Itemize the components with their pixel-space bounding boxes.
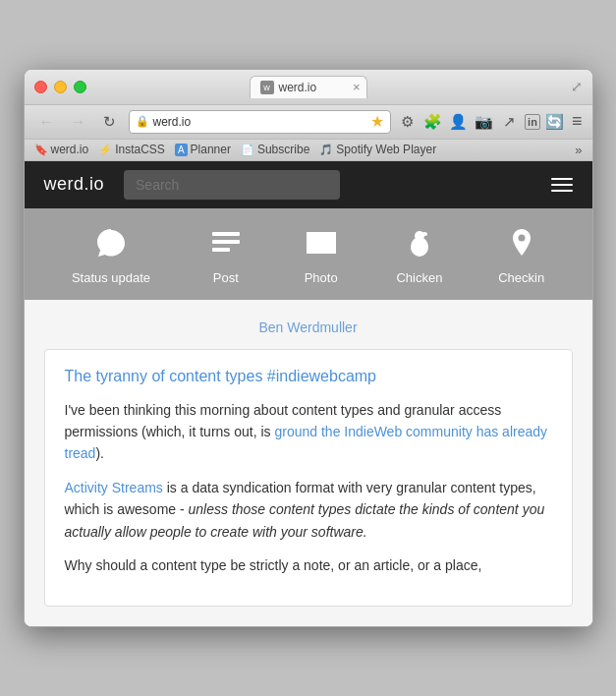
svg-rect-2 [212,248,230,252]
hamburger-line-3 [551,190,573,192]
bookmark-instacsss[interactable]: ⚡ InstaCSS [98,143,165,156]
back-icon: ← [39,113,55,131]
bookmarks-overflow[interactable]: » [575,143,582,157]
minimize-button[interactable] [54,81,67,93]
post-author[interactable]: Ben Werdmuller [44,319,573,335]
browser-tab[interactable]: w werd.io × [250,76,367,98]
post-title[interactable]: The tyranny of content types #indiewebca… [65,368,552,385]
post-label: Post [213,270,239,285]
checkin-icon [502,223,541,262]
bookmark-subscribe[interactable]: 📄 Subscribe [241,143,309,156]
bookmark-instacss-icon: ⚡ [98,144,112,156]
photo-label: Photo [305,270,338,285]
bookmark-planner-label: Planner [191,143,231,156]
status-icon [91,223,131,262]
svg-point-11 [518,234,525,241]
expand-icon[interactable]: ⤢ [571,79,583,94]
svg-rect-1 [212,240,240,244]
post-icon [206,223,246,262]
bookmark-werdio-icon: 🔖 [34,144,48,156]
title-bar: w werd.io × ⤢ [25,70,592,105]
hamburger-line-2 [551,184,573,186]
bookmark-planner[interactable]: A Planner [175,143,231,156]
bookmark-werdio-label: werd.io [51,143,89,156]
camera-icon[interactable]: 📷 [474,111,495,133]
cursor-icon[interactable]: ↗ [499,111,521,133]
bookmark-spotify[interactable]: 🎵 Spotify Web Player [319,143,436,156]
photo-icon [302,223,341,262]
maximize-button[interactable] [74,81,86,93]
forward-icon: → [71,113,86,131]
bookmark-subscribe-icon: 📄 [241,144,254,156]
tab-close-icon[interactable]: × [353,80,361,94]
extensions-icon[interactable]: ⚙ [397,111,419,133]
bookmarks-bar: 🔖 werd.io ⚡ InstaCSS A Planner 📄 Subscri… [25,140,592,161]
address-text: werd.io [153,115,366,129]
post-paragraph-1: I've been thinking this morning about co… [65,399,552,465]
bookmark-instacss-label: InstaCSS [115,143,165,156]
tab-title: werd.io [279,81,317,94]
svg-point-9 [421,232,427,236]
tab-favicon: w [260,81,274,94]
refresh-icon: ↻ [103,113,116,131]
bookmark-spotify-label: Spotify Web Player [336,143,436,156]
activity-streams-link[interactable]: Activity Streams [65,480,163,495]
post-paragraph-3: Why should a content type be strictly a … [65,554,552,576]
user-icon[interactable]: 👤 [448,111,470,133]
close-button[interactable] [34,81,47,93]
linkedin-icon[interactable]: in [525,114,540,130]
ground-link[interactable]: ground the IndieWeb community has alread… [65,424,548,461]
window-controls [34,81,86,93]
content-type-photo[interactable]: Photo [302,223,341,285]
refresh-button[interactable]: ↻ [97,111,123,133]
bookmark-spotify-icon: 🎵 [319,144,333,156]
tab-area: w werd.io × [250,76,367,98]
content-type-bar: Status update Post [25,208,592,300]
chicken-label: Chicken [396,270,442,285]
post-card: The tyranny of content types #indiewebca… [44,349,573,608]
content-type-status[interactable]: Status update [72,223,150,285]
hamburger-menu[interactable] [551,178,573,192]
site-logo[interactable]: werd.io [44,174,105,195]
browser-window: w werd.io × ⤢ ← → ↻ 🔒 werd.io ★ ⚙ 🧩 👤 📷 … [24,69,593,628]
content-type-chicken[interactable]: Chicken [396,223,442,285]
bookmark-werdio[interactable]: 🔖 werd.io [34,143,89,156]
bookmark-planner-icon: A [175,144,188,156]
toolbar-icons: ⚙ 🧩 👤 📷 ↗ in 🔄 [397,111,566,133]
content-type-post[interactable]: Post [206,223,246,285]
forward-button[interactable]: → [66,111,91,133]
back-button[interactable]: ← [34,111,60,133]
site-navbar: werd.io [25,161,592,208]
lock-icon: 🔒 [136,115,149,128]
checkin-label: Checkin [498,270,544,285]
site-search-input[interactable] [124,170,340,200]
hamburger-line-1 [551,178,573,180]
toolbar: ← → ↻ 🔒 werd.io ★ ⚙ 🧩 👤 📷 ↗ in 🔄 ≡ [25,105,592,140]
chicken-icon [400,223,439,262]
bookmark-subscribe-label: Subscribe [257,143,309,156]
site-content: werd.io Status update [25,161,592,627]
puzzle-icon[interactable]: 🧩 [422,111,444,133]
svg-rect-0 [212,232,240,236]
svg-rect-5 [307,232,336,254]
post-body: I've been thinking this morning about co… [65,399,552,577]
post-paragraph-2: Activity Streams is a data syndication f… [65,477,552,543]
address-bar[interactable]: 🔒 werd.io ★ [129,110,391,134]
post-area: Ben Werdmuller The tyranny of content ty… [25,300,592,627]
sync-icon[interactable]: 🔄 [544,111,566,133]
content-type-checkin[interactable]: Checkin [498,223,544,285]
star-icon[interactable]: ★ [370,112,384,131]
status-label: Status update [72,270,150,285]
menu-icon[interactable]: ≡ [572,111,583,132]
